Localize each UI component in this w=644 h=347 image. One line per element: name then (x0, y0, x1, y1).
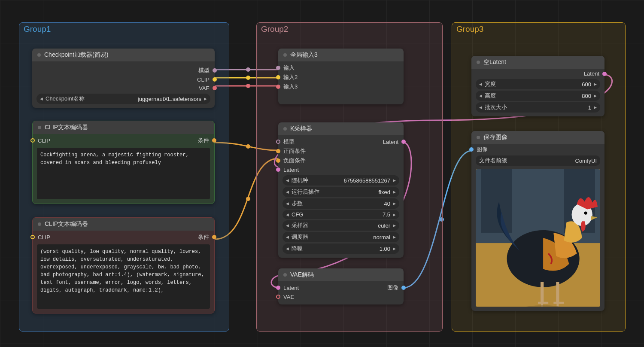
steps-widget[interactable]: 步数 40 (283, 198, 399, 209)
cfg-widget[interactable]: CFG 7.5 (283, 210, 399, 219)
input-port-model[interactable] (276, 140, 280, 144)
widget-label: 文件名前缀 (479, 157, 507, 164)
node-title: K采样器 (290, 125, 312, 133)
output-port-image[interactable] (401, 286, 406, 290)
group-title: Group1 (24, 24, 51, 34)
output-label: 条件 (198, 233, 209, 241)
collapse-icon[interactable] (37, 53, 41, 57)
collapse-icon[interactable] (283, 127, 287, 131)
collapse-icon[interactable] (477, 61, 480, 64)
input-label: 输入 (283, 64, 295, 72)
input-label: 图像 (477, 146, 488, 153)
widget-value: ComfyUI (575, 158, 597, 164)
node-title: VAE解码 (290, 271, 314, 279)
batch-widget[interactable]: 批次大小 1 (476, 102, 600, 113)
seed-widget[interactable]: 随机种 675586588551267 (283, 175, 399, 186)
svg-rect-14 (556, 282, 559, 303)
node-header[interactable]: 保存图像 (471, 131, 605, 144)
node-empty-latent[interactable]: 空Latent Latent 宽度 600 高度 800 批次大小 1 (471, 56, 605, 116)
node-header[interactable]: 空Latent (471, 56, 605, 69)
input-port-clip[interactable] (30, 138, 35, 143)
output-label: 条件 (198, 137, 209, 144)
input-port-clip[interactable] (30, 235, 35, 239)
collapse-icon[interactable] (38, 222, 41, 226)
output-port-latent[interactable] (602, 72, 607, 76)
output-label: 模型 (198, 67, 210, 74)
node-title: CLIP文本编码器 (45, 220, 88, 228)
input-port-2[interactable] (276, 75, 280, 79)
node-title: CLIP文本编码器 (45, 124, 88, 131)
after-gen-widget[interactable]: 运行后操作 fixed (283, 187, 399, 197)
node-ksampler[interactable]: K采样器 模型 Latent 正面条件 负面条件 Latent 随机种 6755… (278, 122, 404, 258)
svg-point-12 (584, 211, 587, 214)
node-global-input[interactable]: 全局输入3 输入 输入2 输入3 (278, 49, 404, 104)
collapse-icon[interactable] (283, 273, 287, 277)
node-title: 空Latent (483, 58, 506, 66)
input-label: Latent (283, 285, 299, 291)
node-header[interactable]: 全局输入3 (278, 49, 404, 61)
output-port-latent[interactable] (401, 140, 406, 144)
image-preview[interactable] (476, 169, 600, 307)
input-port-vae[interactable] (276, 295, 280, 299)
node-header[interactable]: Checkpoint加载器(简易) (32, 49, 215, 61)
sampler-widget[interactable]: 采样器 euler (283, 220, 399, 231)
widget-label: Checkpoint名称 (40, 95, 85, 103)
prompt-textarea[interactable]: Cockfighting arena, a majestic fighting … (37, 148, 210, 199)
node-clip-text-positive[interactable]: CLIP文本编码器 CLIP 条件 Cockfighting arena, a … (32, 121, 215, 204)
input-port-1[interactable] (276, 66, 280, 70)
svg-rect-13 (541, 282, 544, 303)
denoise-widget[interactable]: 降噪 1.00 (283, 244, 399, 254)
output-port-clip[interactable] (213, 77, 217, 82)
output-label: Latent (383, 139, 398, 145)
node-save-image[interactable]: 保存图像 图像 文件名前缀 ComfyUI (471, 131, 605, 311)
node-vae-decode[interactable]: VAE解码 Latent 图像 VAE (278, 268, 404, 304)
output-label: CLIP (197, 76, 210, 83)
input-label: 输入2 (283, 73, 298, 81)
node-header[interactable]: CLIP文本编码器 (33, 218, 214, 231)
prompt-textarea[interactable]: (worst quality, low quality, normal qual… (37, 244, 210, 309)
output-port-model[interactable] (213, 68, 217, 73)
node-header[interactable]: VAE解码 (278, 268, 404, 281)
collapse-icon[interactable] (283, 53, 287, 57)
svg-rect-8 (481, 169, 512, 233)
input-label: CLIP (38, 234, 50, 240)
output-port-vae[interactable] (213, 86, 217, 90)
checkpoint-name-widget[interactable]: Checkpoint名称 juggernautXL.safetensors (36, 94, 210, 104)
output-port-conditioning[interactable] (212, 235, 216, 239)
node-header[interactable]: CLIP文本编码器 (33, 121, 214, 134)
height-widget[interactable]: 高度 800 (476, 91, 600, 101)
fileprefix-widget[interactable]: 文件名前缀 ComfyUI (476, 155, 600, 166)
input-port-image[interactable] (469, 147, 474, 152)
input-port-negative[interactable] (276, 158, 280, 163)
node-title: 全局输入3 (290, 51, 318, 59)
collapse-icon[interactable] (477, 136, 480, 139)
node-clip-text-negative[interactable]: CLIP文本编码器 CLIP 条件 (worst quality, low qu… (32, 217, 215, 314)
input-port-positive[interactable] (276, 149, 280, 153)
width-widget[interactable]: 宽度 600 (476, 79, 600, 89)
input-label: 模型 (283, 138, 295, 146)
collapse-icon[interactable] (38, 126, 41, 129)
node-header[interactable]: K采样器 (278, 122, 404, 135)
input-port-3[interactable] (276, 85, 280, 89)
output-label: VAE (199, 85, 210, 91)
input-label: 负面条件 (283, 157, 306, 164)
input-label: Latent (283, 167, 299, 173)
group-title: Group2 (261, 24, 288, 34)
node-title: Checkpoint加载器(简易) (44, 51, 108, 59)
group-title: Group3 (456, 24, 483, 34)
node-title: 保存图像 (483, 134, 507, 141)
widget-value: juggernautXL.safetensors (138, 96, 207, 102)
scheduler-widget[interactable]: 调度器 normal (283, 232, 399, 242)
node-checkpoint-loader[interactable]: Checkpoint加载器(简易) 模型 CLIP VAE Checkpoint… (32, 49, 215, 108)
input-label: VAE (283, 294, 294, 300)
input-label: CLIP (38, 137, 50, 144)
input-port-latent[interactable] (276, 286, 280, 290)
input-port-latent[interactable] (276, 167, 280, 172)
input-label: 正面条件 (283, 147, 306, 155)
input-label: 输入3 (283, 83, 298, 91)
output-port-conditioning[interactable] (212, 138, 216, 143)
output-label: 图像 (387, 284, 398, 292)
output-label: Latent (584, 70, 599, 77)
